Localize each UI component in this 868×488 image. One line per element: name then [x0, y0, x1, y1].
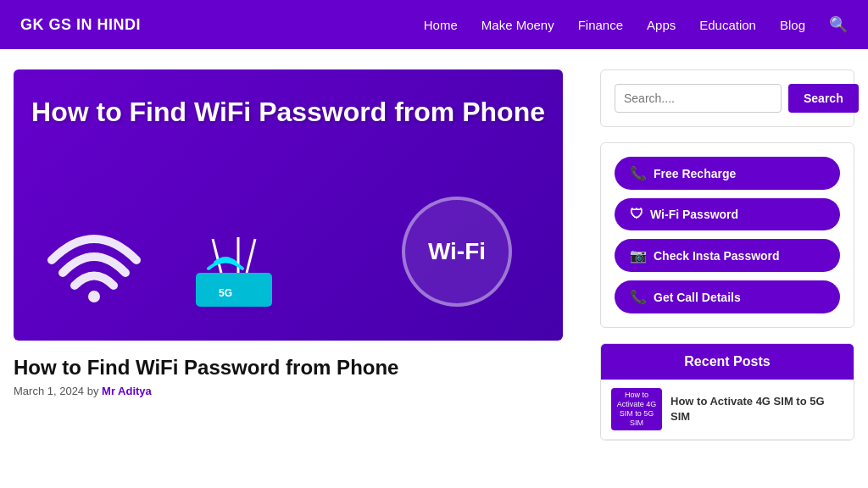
- quick-links-widget: 📞 Free Recharge 🛡 Wi-Fi Password 📷 Check…: [600, 142, 854, 328]
- quick-link-label-3: Check Insta Password: [654, 249, 780, 263]
- quick-link-insta-password[interactable]: 📷 Check Insta Password: [615, 239, 840, 272]
- search-input[interactable]: [615, 84, 782, 113]
- nav-finance[interactable]: Finance: [578, 18, 623, 32]
- article-date: March 1, 2024 by: [14, 385, 98, 397]
- header-search-icon[interactable]: 🔍: [829, 15, 848, 34]
- quick-link-wifi-password[interactable]: 🛡 Wi-Fi Password: [615, 198, 840, 230]
- nav-make-moeny[interactable]: Make Moeny: [481, 18, 554, 32]
- quick-link-free-recharge[interactable]: 📞 Free Recharge: [615, 157, 840, 190]
- svg-point-0: [88, 291, 100, 302]
- recent-posts-heading: Recent Posts: [601, 344, 854, 380]
- hero-heading: How to Find WiFi Password from Phone: [14, 95, 563, 130]
- recent-post-thumb: How to Activate 4G SIM to 5G SIM: [611, 388, 662, 430]
- wifi-badge: Wi-Fi: [402, 197, 512, 307]
- svg-text:5G: 5G: [219, 287, 232, 299]
- nav-education[interactable]: Education: [699, 18, 756, 32]
- quick-link-call-details[interactable]: 📞 Get Call Details: [615, 280, 840, 313]
- recent-post-item[interactable]: How to Activate 4G SIM to 5G SIM How to …: [601, 380, 854, 440]
- site-header: GK GS IN HINDI Home Make Moeny Finance A…: [0, 0, 868, 49]
- recent-posts-widget: Recent Posts How to Activate 4G SIM to 5…: [600, 343, 854, 441]
- nav-apps[interactable]: Apps: [647, 18, 676, 32]
- svg-rect-1: [196, 273, 272, 307]
- site-title: GK GS IN HINDI: [20, 16, 141, 34]
- quick-link-label-2: Wi-Fi Password: [650, 208, 738, 221]
- phone-icon: 📞: [630, 165, 647, 181]
- quick-link-label-4: Get Call Details: [654, 291, 741, 304]
- page-wrapper: 5G Wi-Fi How to Find WiFi Password from …: [0, 49, 868, 441]
- svg-line-2: [213, 239, 221, 273]
- search-button[interactable]: Search: [788, 84, 859, 113]
- nav-home[interactable]: Home: [424, 18, 458, 32]
- article-author[interactable]: Mr Aditya: [102, 385, 152, 397]
- main-nav: Home Make Moeny Finance Apps Education B…: [424, 15, 848, 34]
- nav-blog[interactable]: Blog: [780, 18, 805, 32]
- instagram-icon: 📷: [630, 247, 647, 263]
- thumb-text: How to Activate 4G SIM to 5G SIM: [615, 391, 659, 427]
- quick-link-label-1: Free Recharge: [654, 167, 736, 180]
- recent-post-title: How to Activate 4G SIM to 5G SIM: [670, 394, 843, 424]
- router-icon: 5G: [183, 230, 285, 315]
- main-content: 5G Wi-Fi How to Find WiFi Password from …: [14, 69, 580, 441]
- svg-line-4: [247, 239, 255, 273]
- article-title: How to Find WiFi Password from Phone: [14, 356, 580, 380]
- shield-icon: 🛡: [630, 207, 643, 222]
- hero-image: 5G Wi-Fi How to Find WiFi Password from …: [14, 69, 563, 341]
- search-widget: Search: [600, 69, 854, 127]
- sidebar: Search 📞 Free Recharge 🛡 Wi-Fi Password …: [600, 69, 854, 441]
- call-icon: 📞: [630, 289, 647, 305]
- wifi-icon-left: [39, 197, 149, 307]
- article-meta: March 1, 2024 by Mr Aditya: [14, 385, 580, 397]
